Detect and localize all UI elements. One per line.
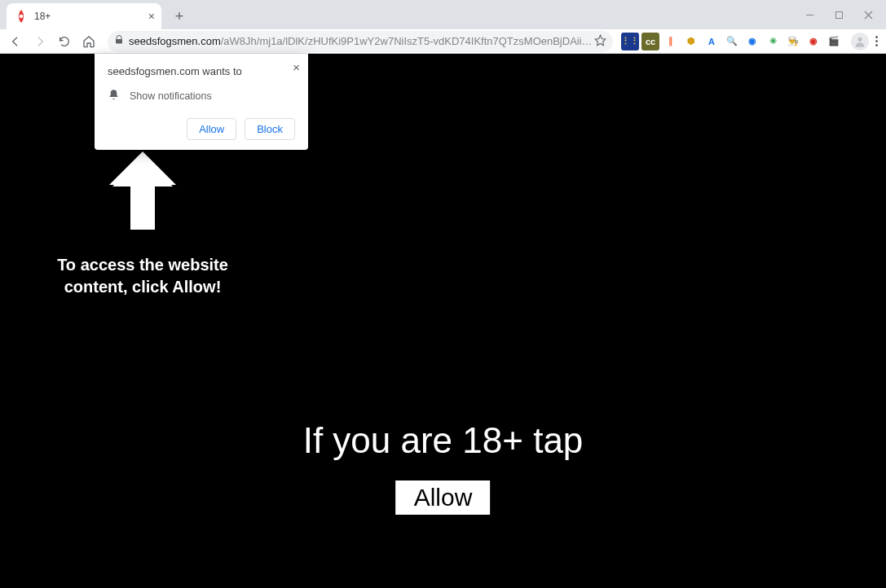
window-controls [795,0,883,29]
forward-button[interactable] [29,31,51,52]
address-domain: seedsfogsmen.com [129,35,221,47]
bell-icon [108,89,120,103]
ext-swirl-icon[interactable]: ◉ [743,33,761,50]
window-close-button[interactable] [853,3,883,26]
svg-rect-5 [116,39,122,44]
browser-menu-button[interactable] [872,33,881,50]
prompt-block-button[interactable]: Block [245,118,295,140]
home-button[interactable] [78,31,99,52]
ext-red-icon[interactable]: ◉ [804,33,822,50]
browser-tab[interactable]: 18+ × [7,3,161,29]
svg-point-6 [857,37,862,41]
ext-mag-icon[interactable]: 🔍 [723,33,741,50]
notification-permission-prompt: × seedsfogsmen.com wants to Show notific… [95,54,308,150]
reload-button[interactable] [54,31,75,52]
browser-titlebar: 18+ × + [0,0,886,29]
instruction-block: To access the website content, click All… [33,150,253,298]
extension-icons: ⋮⋮cc∥⬢A🔍◉✳👨‍🍳◉🎬 [621,33,843,50]
prompt-close-button[interactable]: × [293,60,300,74]
ext-a-icon[interactable]: A [703,33,721,50]
age-gate-block: If you are 18+ tap Allow [303,420,584,515]
window-maximize-button[interactable] [824,3,853,26]
ext-green-icon[interactable]: ✳ [764,33,782,50]
ext-cc-icon[interactable]: cc [641,33,659,50]
tab-close-button[interactable]: × [148,10,155,23]
address-path: /aW8Jh/mj1a/lDlK/zHUfKi9P1wY2w7NiIszT5-v… [221,35,594,47]
back-button[interactable] [5,31,26,52]
svg-point-0 [20,15,24,19]
bookmark-star-icon[interactable] [594,34,606,49]
arrow-up-icon [33,150,253,231]
lock-icon [114,35,124,47]
profile-avatar[interactable] [851,33,869,50]
address-bar[interactable]: seedsfogsmen.com /aW8Jh/mj1a/lDlK/zHUfKi… [108,31,613,52]
new-tab-button[interactable]: + [168,5,191,28]
age-gate-heading: If you are 18+ tap [303,420,584,461]
browser-toolbar: seedsfogsmen.com /aW8Jh/mj1a/lDlK/zHUfKi… [0,29,886,54]
ext-hex-icon[interactable]: ⬢ [682,33,700,50]
prompt-request-text: Show notifications [130,90,212,102]
ext-eu-icon[interactable]: ⋮⋮ [621,33,639,50]
ext-film-icon[interactable]: 🎬 [825,33,843,50]
svg-rect-2 [835,11,842,18]
window-minimize-button[interactable] [795,3,824,26]
page-allow-button[interactable]: Allow [396,480,491,515]
instruction-text: To access the website content, click All… [33,254,253,298]
ext-bars-icon[interactable]: ∥ [662,33,680,50]
ext-chef-icon[interactable]: 👨‍🍳 [784,33,802,50]
prompt-domain-line: seedsfogsmen.com wants to [108,65,295,77]
tab-title: 18+ [34,11,51,22]
tab-favicon-icon [15,10,28,23]
prompt-allow-button[interactable]: Allow [187,118,236,140]
